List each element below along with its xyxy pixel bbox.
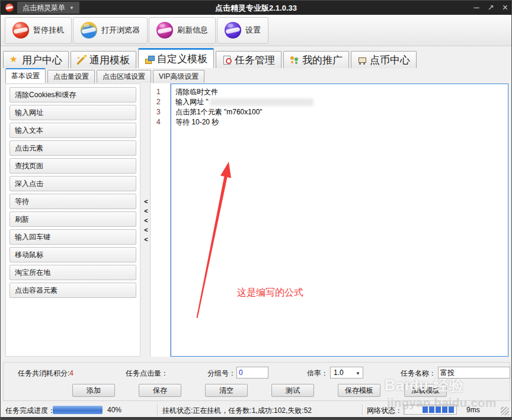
tab-user-center[interactable]: 用户中心 bbox=[3, 51, 69, 68]
tab-coin-center[interactable]: 点币中心 bbox=[351, 51, 417, 68]
toolbar: 暂停挂机 打开浏览器 刷新信息 设置 bbox=[1, 15, 511, 46]
code-line: 清除临时文件 bbox=[175, 87, 505, 97]
subtab-basic-settings[interactable]: 基本设置 bbox=[5, 68, 46, 83]
code-line: 等待 10-20 秒 bbox=[175, 117, 505, 127]
code-line: 点击第1个元素 "m760x100" bbox=[175, 107, 505, 117]
collapse-chevron-icon[interactable]: < bbox=[142, 197, 150, 206]
group-number-input[interactable] bbox=[236, 367, 268, 379]
action-wait[interactable]: 等待 bbox=[9, 194, 136, 209]
test-button[interactable]: 测试 bbox=[271, 384, 314, 397]
subtab-click-volume[interactable]: 点击量设置 bbox=[47, 70, 95, 83]
action-refresh[interactable]: 刷新 bbox=[9, 211, 136, 227]
pause-hang-label: 暂停挂机 bbox=[33, 25, 64, 36]
sub-tab-bar: 基本设置 点击量设置 点击区域设置 VIP高级设置 bbox=[5, 68, 206, 83]
tab-general-template[interactable]: 通用模板 bbox=[71, 51, 136, 68]
network-status-label: 网络状态： bbox=[367, 406, 402, 416]
clear-button[interactable]: 清空 bbox=[205, 384, 248, 397]
action-move-mouse[interactable]: 移动鼠标 bbox=[9, 247, 136, 262]
collapse-chevron-icon[interactable]: < bbox=[142, 225, 150, 235]
line-number: 4 bbox=[156, 117, 170, 127]
status-divider bbox=[362, 404, 363, 415]
signal-block-icon bbox=[449, 406, 454, 413]
progress-label: 任务完成进度： bbox=[5, 406, 55, 416]
redacted-url bbox=[210, 98, 313, 106]
panel-collapse-splitter[interactable]: < < < < < bbox=[142, 197, 150, 244]
rate-value: 1.0 bbox=[334, 368, 344, 377]
pause-hang-button[interactable]: 暂停挂机 bbox=[5, 17, 72, 44]
people-icon bbox=[290, 55, 299, 65]
collapse-chevron-icon[interactable]: < bbox=[142, 216, 150, 225]
action-find-page[interactable]: 查找页面 bbox=[9, 158, 136, 174]
star-icon bbox=[9, 55, 19, 65]
tab-custom-template[interactable]: 自定义模板 bbox=[138, 48, 214, 68]
progress-bar bbox=[53, 406, 103, 414]
red-annotation-text: 这是编写的公式 bbox=[237, 287, 303, 299]
save-button[interactable]: 保存 bbox=[139, 384, 181, 397]
settings-button[interactable]: 设置 bbox=[217, 17, 268, 44]
cart-icon bbox=[357, 55, 367, 65]
latency-value: 9ms bbox=[466, 406, 480, 414]
tab-task-manage[interactable]: 任务管理 bbox=[216, 51, 281, 68]
settings-label: 设置 bbox=[245, 25, 261, 36]
signal-block-icon bbox=[436, 406, 441, 413]
minimize-button[interactable]: ─ bbox=[474, 1, 479, 15]
script-editor[interactable]: 清除临时文件 输入网址 " 点击第1个元素 "m760x100" 等待 10-2… bbox=[171, 84, 508, 357]
chevron-down-icon: ▼ bbox=[69, 5, 74, 11]
status-bar: 任务完成进度： 40% 挂机状态:正在挂机，任务数:1,成功:102,失败:52… bbox=[1, 402, 511, 418]
action-click-element[interactable]: 点击元素 bbox=[9, 140, 136, 156]
signal-block-icon bbox=[423, 406, 428, 413]
app-icon bbox=[5, 4, 14, 12]
title-bar: 点击精灵菜单 ▼ 点击精灵专业版2.1.0.33 ─ ↗ × bbox=[1, 1, 511, 15]
action-taobao-location[interactable]: 淘宝所在地 bbox=[9, 265, 136, 280]
line-number: 2 bbox=[156, 97, 170, 107]
action-list-panel: 清除Cookies和缓存 输入网址 输入文本 点击元素 查找页面 深入点击 等待… bbox=[5, 84, 140, 357]
task-name-input[interactable] bbox=[438, 367, 510, 379]
app-menu-button[interactable]: 点击精灵菜单 ▼ bbox=[17, 2, 79, 14]
task-form-panel: 任务共消耗积分:4 任务点击量： 分组号： 倍率： 1.0 ▼ 任务名称： 添加… bbox=[3, 362, 510, 401]
action-clear-cookies[interactable]: 清除Cookies和缓存 bbox=[9, 87, 136, 102]
tab-my-promotion[interactable]: 我的推广 bbox=[283, 51, 349, 68]
code-line: 输入网址 " bbox=[175, 97, 505, 107]
action-enter-text[interactable]: 输入文本 bbox=[9, 123, 136, 138]
action-enter-key[interactable]: 输入回车键 bbox=[9, 229, 136, 245]
blocks-icon bbox=[145, 54, 154, 64]
close-button[interactable]: × bbox=[503, 1, 508, 15]
settings-ball-icon bbox=[225, 22, 241, 39]
task-doc-icon bbox=[222, 55, 232, 65]
subtab-click-area[interactable]: 点击区域设置 bbox=[97, 70, 151, 83]
wand-icon bbox=[77, 55, 87, 65]
signal-block-icon bbox=[429, 406, 434, 413]
editor-line-number-gutter: 1 2 3 4 bbox=[150, 84, 171, 357]
action-deep-click[interactable]: 深入点击 bbox=[9, 176, 136, 191]
save-template-button[interactable]: 保存模板 bbox=[338, 384, 380, 397]
subtab-vip-advanced[interactable]: VIP高级设置 bbox=[153, 70, 204, 83]
main-tab-bar: 用户中心 通用模板 自定义模板 任务管理 我的推广 点币中心 bbox=[3, 48, 418, 68]
collapse-chevron-icon[interactable]: < bbox=[142, 235, 150, 244]
rate-label: 倍率： bbox=[307, 368, 328, 379]
open-browser-label: 打开浏览器 bbox=[101, 25, 140, 36]
resize-grip[interactable] bbox=[501, 407, 509, 415]
chevron-down-icon: ▼ bbox=[356, 371, 360, 376]
line-number: 3 bbox=[156, 107, 170, 117]
group-number-label: 分组号： bbox=[207, 368, 236, 379]
network-signal-meter bbox=[404, 405, 457, 415]
load-template-button[interactable]: 加载模板 bbox=[404, 384, 447, 397]
points-consumed-value: 4 bbox=[69, 369, 73, 377]
status-divider bbox=[157, 404, 158, 415]
refresh-info-ball-icon bbox=[156, 22, 173, 39]
rate-dropdown[interactable]: 1.0 ▼ bbox=[330, 367, 363, 379]
task-clicks-label: 任务点击量： bbox=[126, 368, 168, 379]
points-consumed-label: 任务共消耗积分:4 bbox=[18, 368, 73, 379]
action-enter-url[interactable]: 输入网址 bbox=[9, 105, 136, 120]
progress-percent: 40% bbox=[107, 406, 121, 414]
collapse-chevron-icon[interactable]: < bbox=[142, 206, 150, 216]
app-window: 点击精灵菜单 ▼ 点击精灵专业版2.1.0.33 ─ ↗ × 暂停挂机 打开浏览… bbox=[0, 0, 512, 420]
maximize-button[interactable]: ↗ bbox=[488, 1, 494, 15]
add-button[interactable]: 添加 bbox=[72, 384, 115, 397]
refresh-info-button[interactable]: 刷新信息 bbox=[149, 17, 216, 44]
hang-status-text: 挂机状态:正在挂机，任务数:1,成功:102,失败:52 bbox=[162, 406, 312, 416]
app-menu-label: 点击精灵菜单 bbox=[23, 3, 65, 13]
open-browser-button[interactable]: 打开浏览器 bbox=[73, 17, 148, 44]
signal-block-icon bbox=[442, 406, 447, 413]
action-click-container[interactable]: 点击容器元素 bbox=[9, 283, 136, 298]
